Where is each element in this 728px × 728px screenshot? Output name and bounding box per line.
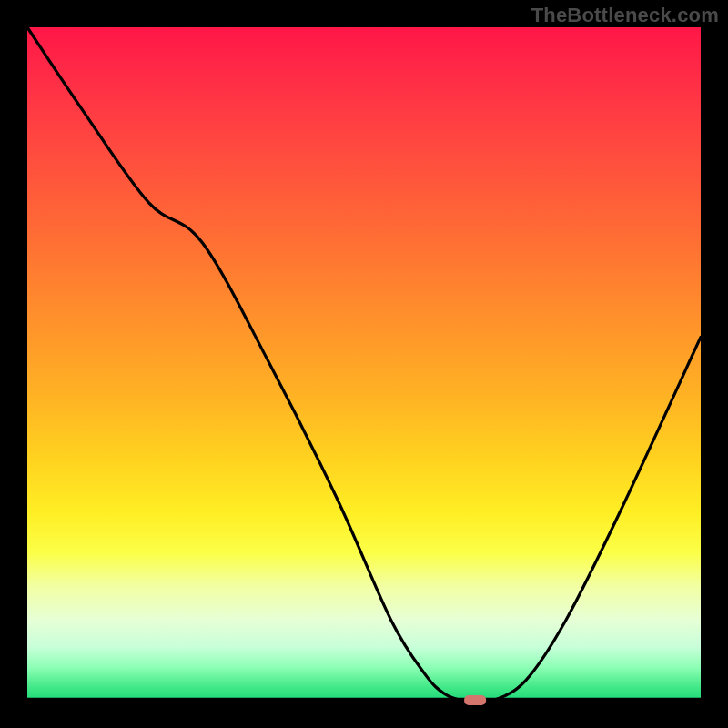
chart-frame: TheBottleneck.com <box>0 0 728 728</box>
curve-svg <box>27 27 701 701</box>
plot-area <box>27 27 701 701</box>
optimum-marker <box>464 695 486 705</box>
bottleneck-curve <box>27 27 701 703</box>
watermark-text: TheBottleneck.com <box>531 4 719 27</box>
